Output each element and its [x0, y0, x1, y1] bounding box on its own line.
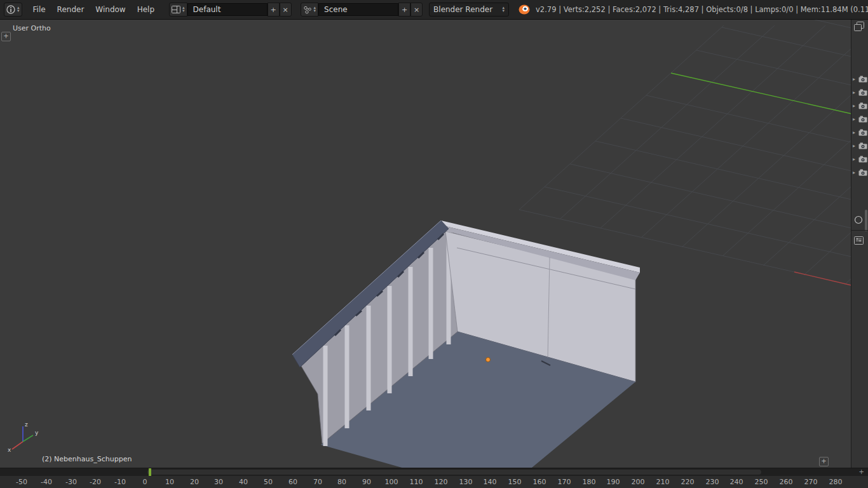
- disclosure-triangle-icon[interactable]: ▸: [853, 116, 857, 122]
- frame-label: 170: [558, 478, 571, 486]
- outliner-row[interactable]: ▸: [853, 99, 868, 112]
- scene-canvas: [0, 19, 851, 468]
- sphere-icon[interactable]: [854, 215, 863, 227]
- dropdown-arrows-icon: ▴▾: [17, 6, 20, 13]
- axis-y-label: y: [35, 430, 39, 436]
- menu-window[interactable]: Window: [90, 3, 131, 16]
- menu-help[interactable]: Help: [132, 3, 160, 16]
- blender-logo: [518, 4, 531, 15]
- current-frame-marker[interactable]: [149, 468, 151, 476]
- frame-label: 210: [656, 478, 670, 486]
- frame-label: 240: [730, 478, 743, 486]
- grid-line: [519, 25, 724, 210]
- frame-label: 130: [459, 478, 473, 486]
- grid-line: [570, 164, 851, 228]
- axis-x-label: x: [8, 447, 11, 453]
- disclosure-triangle-icon[interactable]: ▸: [853, 156, 857, 162]
- dropdown-arrows-icon: ▴▾: [182, 6, 185, 13]
- viewport-3d[interactable]: User Ortho + + z x y (2) Nebenhaus_Schup…: [0, 19, 851, 468]
- add-screen-layout-button[interactable]: +: [268, 3, 280, 17]
- timeline-track-area[interactable]: +: [0, 468, 868, 476]
- screen-layout-browse-button[interactable]: ▴▾: [169, 3, 187, 17]
- object-origin[interactable]: [486, 358, 491, 362]
- frame-label: 0: [143, 478, 147, 486]
- outliner-row[interactable]: ▸: [853, 166, 868, 179]
- right-panel-strip: ▸▸▸▸▸▸▸▸: [851, 19, 868, 468]
- expand-properties-region-icon[interactable]: +: [819, 457, 829, 466]
- frame-label: 120: [435, 478, 448, 486]
- info-editor-icon: [6, 5, 15, 14]
- frame-label: 20: [190, 478, 199, 486]
- floor-grid: [519, 19, 851, 285]
- grid-line: [595, 141, 851, 200]
- outliner-row[interactable]: ▸: [853, 152, 868, 166]
- frame-label: 260: [780, 478, 793, 486]
- frame-label: -20: [90, 478, 101, 486]
- frame-label: 140: [484, 478, 497, 486]
- x-axis-line: [794, 272, 851, 285]
- timeline-editor[interactable]: + -50-40-30-20-1001020304050607080901001…: [0, 468, 868, 488]
- scene-statistics: v2.79 | Verts:2,252 | Faces:2,072 | Tris…: [536, 5, 868, 14]
- disclosure-triangle-icon[interactable]: ▸: [853, 76, 857, 82]
- grid-line: [722, 27, 851, 57]
- info-header: ▴▾ File Render Window Help ▴▾ Default + …: [0, 0, 868, 20]
- timeline-ruler[interactable]: -50-40-30-20-100102030405060708090100110…: [0, 476, 868, 488]
- frame-label: 100: [385, 478, 398, 486]
- editor-type-button[interactable]: ▴▾: [4, 3, 22, 17]
- frame-label: 110: [410, 478, 423, 486]
- frame-label: 250: [755, 478, 768, 486]
- disclosure-triangle-icon[interactable]: ▸: [853, 90, 857, 95]
- disclosure-triangle-icon[interactable]: ▸: [853, 143, 857, 149]
- restrict-render-icon[interactable]: [858, 142, 867, 149]
- properties-panel-icon[interactable]: [854, 235, 864, 247]
- frame-label: 90: [362, 478, 371, 486]
- disclosure-triangle-icon[interactable]: ▸: [853, 170, 857, 175]
- grid-line: [641, 48, 851, 238]
- frame-label: 80: [337, 478, 346, 486]
- screen-layout-name-field[interactable]: Default: [187, 3, 268, 16]
- view-name-label: User Ortho: [13, 24, 51, 32]
- timeline-add-icon[interactable]: +: [859, 468, 864, 476]
- frame-label: 270: [804, 478, 818, 486]
- grid-line: [804, 232, 851, 275]
- frame-label: 190: [607, 478, 620, 486]
- scene-browse-button[interactable]: ▴▾: [301, 3, 319, 17]
- mini-axis-gizmo: z x y: [4, 419, 42, 454]
- restrict-render-icon[interactable]: [858, 169, 867, 176]
- render-engine-dropdown[interactable]: Blender Render ▴▾: [429, 3, 509, 17]
- main-area: User Ortho + + z x y (2) Nebenhaus_Schup…: [0, 19, 868, 468]
- expand-tool-shelf-icon[interactable]: +: [1, 32, 11, 41]
- restrict-render-icon[interactable]: [858, 116, 867, 123]
- menu-file[interactable]: File: [27, 3, 51, 16]
- scene-selector: ▴▾ Scene + ×: [301, 3, 423, 17]
- outliner-row[interactable]: ▸: [853, 72, 868, 86]
- outliner-scrollbar[interactable]: [865, 210, 867, 231]
- model-nebenhaus-schuppen[interactable]: [292, 220, 640, 468]
- outliner-row[interactable]: ▸: [853, 139, 868, 152]
- restrict-render-icon[interactable]: [858, 102, 867, 109]
- restrict-render-icon[interactable]: [858, 76, 867, 83]
- copy-panel-icon[interactable]: [854, 22, 864, 34]
- outliner-rows: ▸▸▸▸▸▸▸▸: [853, 72, 868, 179]
- menu-bar: File Render Window Help: [27, 3, 161, 16]
- frame-label: 40: [239, 478, 248, 486]
- outliner-row[interactable]: ▸: [853, 126, 868, 139]
- frame-label: 60: [288, 478, 297, 486]
- scene-name-field[interactable]: Scene: [318, 3, 398, 16]
- outliner-row[interactable]: ▸: [853, 86, 868, 99]
- delete-screen-layout-button[interactable]: ×: [280, 3, 292, 17]
- frame-label: 70: [313, 478, 322, 486]
- disclosure-triangle-icon[interactable]: ▸: [853, 130, 857, 135]
- delete-scene-button[interactable]: ×: [410, 3, 423, 17]
- grid-line: [600, 25, 825, 228]
- outliner-row[interactable]: ▸: [853, 112, 868, 126]
- restrict-render-icon[interactable]: [858, 129, 867, 136]
- menu-render[interactable]: Render: [51, 3, 90, 16]
- grid-line: [646, 95, 851, 142]
- frame-label: 280: [829, 478, 843, 486]
- add-scene-button[interactable]: +: [398, 3, 410, 17]
- restrict-render-icon[interactable]: [858, 89, 867, 96]
- restrict-render-icon[interactable]: [858, 156, 867, 163]
- disclosure-triangle-icon[interactable]: ▸: [853, 103, 857, 109]
- frame-label: -10: [114, 478, 126, 486]
